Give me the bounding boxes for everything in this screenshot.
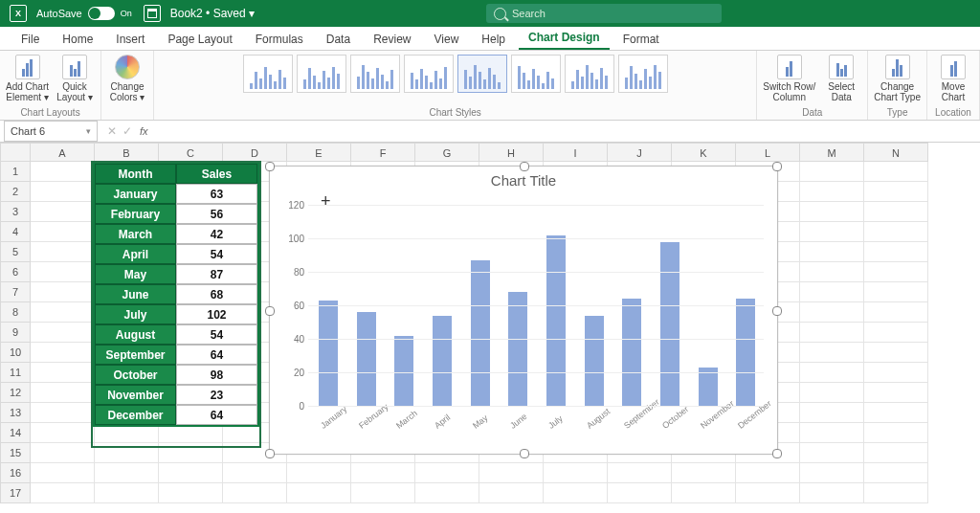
table-cell-month[interactable]: July (95, 304, 176, 324)
cell[interactable] (31, 302, 95, 323)
add-chart-element-button[interactable]: Add Chart Element ▾ (6, 55, 49, 102)
bar[interactable] (736, 299, 755, 406)
cell[interactable] (800, 443, 864, 463)
col-header-E[interactable]: E (287, 143, 351, 162)
table-header[interactable]: Sales (176, 164, 257, 184)
autosave-toggle[interactable]: AutoSave On (36, 7, 132, 20)
cell[interactable] (864, 302, 928, 323)
cell[interactable] (736, 463, 800, 483)
cell[interactable] (864, 282, 928, 302)
cell[interactable] (608, 483, 672, 503)
cell[interactable] (544, 463, 608, 483)
cell[interactable] (31, 363, 95, 383)
row-header[interactable]: 17 (0, 483, 31, 503)
chart-style-thumb[interactable] (565, 55, 614, 93)
cell[interactable] (864, 162, 928, 182)
cell[interactable] (672, 483, 736, 503)
col-header-N[interactable]: N (864, 143, 928, 162)
row-header[interactable]: 3 (0, 202, 31, 222)
table-cell-month[interactable]: February (95, 204, 176, 224)
cell[interactable] (31, 182, 95, 202)
cell[interactable] (479, 483, 544, 503)
row-header[interactable]: 11 (0, 363, 31, 383)
cell[interactable] (800, 463, 864, 483)
tab-review[interactable]: Review (364, 29, 420, 50)
switch-row-column-button[interactable]: Switch Row/ Column (763, 55, 815, 102)
table-cell-month[interactable]: May (95, 264, 176, 284)
col-header-G[interactable]: G (415, 143, 479, 162)
cell[interactable] (672, 463, 736, 483)
cell[interactable] (864, 262, 928, 282)
table-cell-month[interactable]: December (95, 405, 176, 425)
cell[interactable] (31, 443, 95, 463)
bar[interactable] (471, 260, 490, 406)
tab-format[interactable]: Format (613, 29, 669, 50)
select-data-button[interactable]: Select Data (821, 55, 861, 102)
cell[interactable] (864, 222, 928, 242)
plot-area[interactable]: 020406080100120 JanuaryFebruaryMarchApri… (308, 205, 764, 406)
tab-page-layout[interactable]: Page Layout (158, 29, 241, 50)
document-title[interactable]: Book2 • Saved ▾ (170, 7, 255, 20)
cell[interactable] (800, 202, 864, 222)
bar[interactable] (508, 292, 527, 406)
cell[interactable] (800, 483, 864, 503)
table-cell-month[interactable]: August (95, 324, 176, 345)
table-cell-value[interactable]: 64 (176, 405, 257, 425)
chart-style-thumb[interactable] (404, 55, 454, 93)
cell[interactable] (864, 383, 928, 403)
cell[interactable] (800, 383, 864, 403)
quick-layout-button[interactable]: Quick Layout ▾ (55, 55, 95, 102)
chart-title[interactable]: Chart Title (270, 172, 777, 189)
col-header-J[interactable]: J (608, 143, 672, 162)
cell[interactable] (31, 242, 95, 262)
cell[interactable] (864, 343, 928, 363)
row-header[interactable]: 4 (0, 222, 31, 242)
resize-handle[interactable] (772, 306, 782, 316)
cell[interactable] (800, 423, 864, 443)
row-header[interactable]: 8 (0, 302, 31, 323)
tab-file[interactable]: File (11, 29, 49, 50)
cell[interactable] (159, 483, 223, 503)
chart-style-thumb[interactable] (618, 55, 668, 93)
cell[interactable] (31, 403, 95, 423)
table-cell-month[interactable]: March (95, 224, 176, 244)
name-box[interactable]: Chart 6 ▾ (4, 121, 98, 142)
chart-style-thumb[interactable] (511, 55, 561, 93)
cell[interactable] (31, 162, 95, 182)
cell[interactable] (864, 483, 928, 503)
save-icon[interactable] (144, 5, 161, 22)
table-cell-month[interactable]: April (95, 244, 176, 264)
cell[interactable] (800, 302, 864, 323)
cell[interactable] (31, 343, 95, 363)
cell[interactable] (608, 463, 672, 483)
worksheet[interactable]: ABCDEFGHIJKLMN 1234567891011121314151617… (0, 143, 980, 513)
resize-handle[interactable] (772, 449, 782, 458)
bar[interactable] (357, 312, 376, 406)
cell[interactable] (800, 162, 864, 182)
row-header[interactable]: 14 (0, 423, 31, 443)
cell[interactable] (415, 483, 479, 503)
bar[interactable] (394, 336, 413, 407)
row-header[interactable]: 1 (0, 162, 31, 182)
bar[interactable] (622, 299, 641, 406)
cell[interactable] (864, 202, 928, 222)
row-header[interactable]: 13 (0, 403, 31, 423)
resize-handle[interactable] (265, 306, 275, 316)
chart-object[interactable]: + Chart Title 020406080100120 JanuaryFeb… (269, 166, 778, 455)
table-cell-month[interactable]: November (95, 385, 176, 405)
cell[interactable] (351, 483, 415, 503)
chart-style-thumb[interactable] (350, 55, 400, 93)
cell[interactable] (287, 463, 351, 483)
tab-chart-design[interactable]: Chart Design (519, 27, 610, 50)
table-cell-value[interactable]: 98 (176, 365, 257, 385)
col-header-B[interactable]: B (95, 143, 159, 162)
cell[interactable] (800, 242, 864, 262)
chevron-down-icon[interactable]: ▾ (86, 126, 91, 136)
col-header-C[interactable]: C (159, 143, 223, 162)
row-header[interactable]: 9 (0, 323, 31, 343)
search-input[interactable]: Search (486, 4, 722, 23)
col-header-L[interactable]: L (736, 143, 800, 162)
cell[interactable] (864, 363, 928, 383)
bar[interactable] (319, 301, 338, 406)
resize-handle[interactable] (772, 162, 782, 171)
